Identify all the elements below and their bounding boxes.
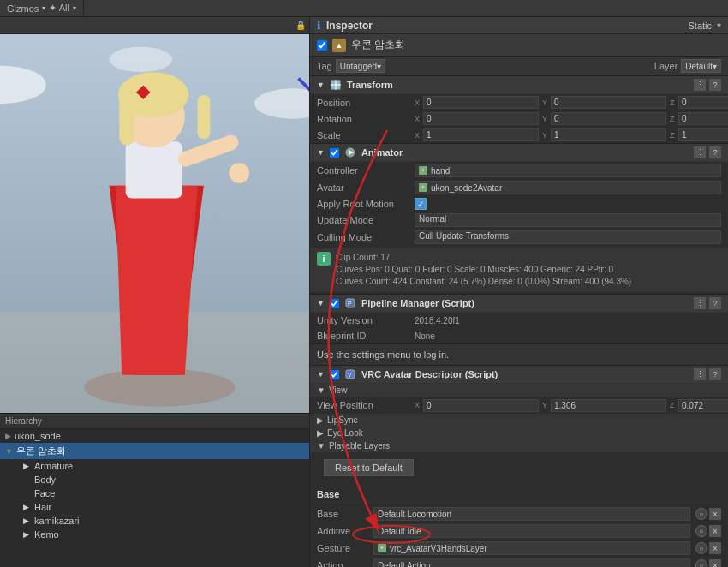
playable-layers-subheader[interactable]: ▼ Playable Layers (310, 439, 728, 452)
culling-mode-select[interactable]: Cull Update Transforms (415, 230, 721, 244)
pipeline-menu-btn[interactable]: ⋮ (694, 297, 706, 309)
vrc-header[interactable]: ▼ V VRC Avatar Descriptor (Script) ⋮ ? (310, 366, 728, 384)
eyelook-collapse: ▶ (317, 428, 324, 438)
additive-layer-label: Additive (317, 526, 368, 536)
controller-value-field[interactable]: ✦ hand (415, 164, 721, 177)
action-layer-value[interactable]: Default Action (373, 558, 690, 567)
layer-dropdown[interactable]: Default ▾ (681, 59, 721, 73)
update-mode-row: Update Mode Normal (310, 212, 728, 229)
hier-face[interactable]: Face (0, 486, 309, 500)
tag-layer-row: Tag Untagged ▾ Layer Default ▾ (310, 57, 728, 76)
hier-tri-kami: ▶ (21, 516, 31, 526)
rotation-values: X Y Z (415, 112, 728, 125)
vp-z-input[interactable] (678, 399, 728, 412)
transform-menu-btn[interactable]: ⋮ (694, 79, 706, 91)
view-collapse: ▼ (317, 385, 325, 395)
base-layers-section: Base Base Default Locomotion ○ × (310, 483, 728, 567)
animator-component: ▼ Animator ⋮ ? Controller ✦ (310, 144, 728, 295)
inspector-header: ℹ Inspector Static ▾ (310, 17, 728, 34)
rot-x-input[interactable] (423, 112, 539, 125)
eyelook-subheader[interactable]: ▶ Eye Look (310, 427, 728, 439)
reset-to-default-button[interactable]: Reset to Default (324, 459, 414, 476)
vrc-menu-btn[interactable]: ⋮ (694, 368, 706, 380)
scale-z-input[interactable] (678, 128, 728, 141)
action-x-btn[interactable]: × (709, 559, 721, 567)
tag-dropdown[interactable]: Untagged ▾ (336, 59, 385, 73)
svg-text:P: P (348, 301, 352, 307)
gesture-layer-value[interactable]: ✦ vrc_AvatarV3HandsLayer (373, 541, 690, 555)
view-subheader[interactable]: ▼ View (310, 384, 728, 397)
controller-label: Controller (317, 165, 411, 176)
scene-header: 🔒 (0, 17, 309, 34)
scale-x-input[interactable] (423, 128, 539, 141)
hier-parent[interactable]: ▶ ukon_sode (0, 429, 309, 443)
rot-y-input[interactable] (551, 112, 666, 125)
rot-z-input[interactable] (678, 112, 728, 125)
pos-y-input[interactable] (551, 96, 666, 109)
pipeline-title: Pipeline Manager (Script) (361, 298, 474, 308)
position-values: X Y Z (415, 96, 728, 109)
vrc-checkbox[interactable] (330, 370, 339, 379)
pos-z-input[interactable] (678, 96, 728, 109)
avatar-value-field[interactable]: ✦ ukon_sode2Avatar (415, 181, 721, 194)
position-row: Position X Y Z (310, 94, 728, 110)
transform-header[interactable]: ▼ Transform ⋮ ? (310, 76, 728, 94)
scene-canvas[interactable]: Y < Persp (0, 34, 309, 413)
unity-version-row: Unity Version 2018.4.20f1 (310, 313, 728, 328)
update-mode-select[interactable]: Normal (415, 213, 721, 227)
animator-icon (344, 146, 356, 158)
svg-point-15 (109, 47, 172, 72)
animator-checkbox[interactable] (330, 148, 339, 158)
base-layer-value[interactable]: Default Locomotion (373, 507, 690, 521)
main-layout: 🔒 (0, 17, 728, 567)
vp-z-field: Z (670, 399, 728, 412)
gesture-x-btn[interactable]: × (709, 542, 721, 554)
pipeline-collapse-icon: ▼ (317, 299, 325, 307)
vp-z-label: Z (670, 401, 677, 409)
pipeline-checkbox[interactable] (330, 299, 339, 308)
pos-x-input[interactable] (423, 96, 539, 109)
hier-kamikazari[interactable]: ▶ kamikazari (0, 514, 309, 528)
scale-y-input[interactable] (551, 128, 666, 141)
pipeline-header[interactable]: ▼ P Pipeline Manager (Script) ⋮ ? (310, 295, 728, 313)
animator-actions: ⋮ ? (694, 146, 721, 158)
vp-y-input[interactable] (551, 399, 666, 412)
base-x-btn[interactable]: × (709, 508, 721, 520)
layer-label: Layer (654, 61, 678, 71)
vrc-help-btn[interactable]: ? (709, 368, 721, 380)
pos-z-field: Z (670, 96, 728, 109)
hier-selected[interactable]: ▼ 우콘 암초화 (0, 443, 309, 459)
additive-layer-value[interactable]: Default Idle (373, 524, 690, 538)
gesture-layer-label: Gesture (317, 543, 368, 553)
pos-y-field: Y (542, 96, 666, 109)
pipeline-help-btn[interactable]: ? (709, 297, 721, 309)
gizmos-menu[interactable]: Gizmos ▾ ✦ All ▾ (0, 0, 84, 16)
animator-help-btn[interactable]: ? (709, 146, 721, 158)
vp-x-input[interactable] (423, 399, 539, 412)
scale-row: Scale X Y Z (310, 127, 728, 143)
vp-y-field: Y (542, 399, 666, 412)
persp-label: < Persp (272, 361, 302, 370)
action-circle-btn[interactable]: ○ (695, 559, 707, 567)
base-circle-btn[interactable]: ○ (695, 508, 707, 520)
additive-circle-btn[interactable]: ○ (695, 525, 707, 537)
rotation-label: Rotation (317, 114, 411, 124)
pos-z-label: Z (670, 98, 677, 107)
additive-x-btn[interactable]: × (709, 525, 721, 537)
controller-icon: ✦ (419, 166, 427, 175)
gesture-circle-btn[interactable]: ○ (695, 542, 707, 554)
animator-menu-btn[interactable]: ⋮ (694, 146, 706, 158)
animator-header[interactable]: ▼ Animator ⋮ ? (310, 144, 728, 162)
static-dropdown-icon: ▾ (717, 21, 721, 30)
hier-kemo[interactable]: ▶ Kemo (0, 528, 309, 541)
gesture-layer-icon: ✦ (378, 544, 386, 552)
apply-root-motion-checkbox[interactable]: ✓ (415, 198, 427, 210)
additive-layer-value-text: Default Idle (378, 527, 421, 536)
transform-help-btn[interactable]: ? (709, 79, 721, 91)
hier-hair[interactable]: ▶ Hair (0, 500, 309, 514)
hier-body[interactable]: Body (0, 473, 309, 486)
object-active-checkbox[interactable] (317, 40, 327, 51)
lipsync-subheader[interactable]: ▶ LipSync (310, 414, 728, 427)
vrc-collapse-icon: ▼ (317, 370, 325, 379)
hier-armature[interactable]: ▶ Armature (0, 459, 309, 473)
